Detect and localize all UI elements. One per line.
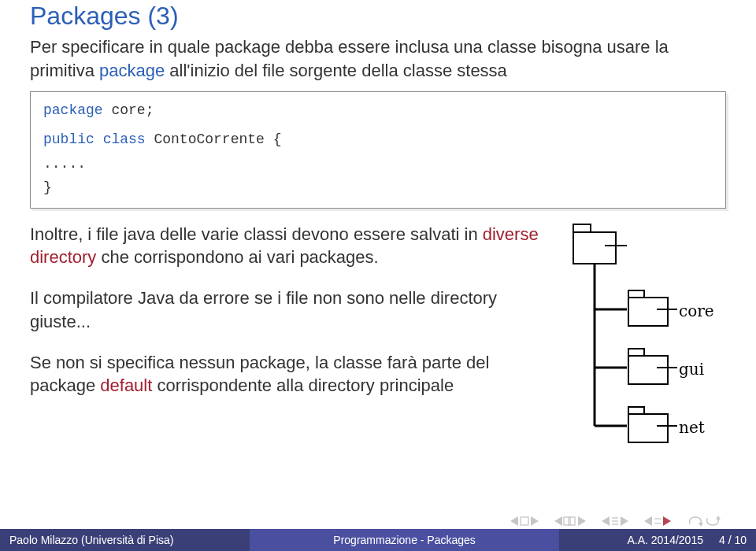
svg-marker-28 — [644, 516, 652, 526]
footer-right: A.A. 2014/2015 4 / 10 — [559, 529, 756, 551]
paragraph-2: Il compilatore Java da errore se i file … — [30, 287, 556, 333]
nav-slide-icon[interactable] — [518, 516, 531, 526]
nav-next4-icon[interactable] — [663, 516, 671, 526]
code-brace-open: { — [273, 131, 282, 147]
nav-next-icon[interactable] — [531, 516, 539, 526]
kw-class: class — [103, 131, 146, 147]
footer-title: Programmazione - Packages — [250, 529, 560, 551]
svg-rect-17 — [521, 517, 528, 525]
slide: Packages (3) Per specificare in quale pa… — [0, 0, 756, 551]
footer: Paolo Milazzo (Università di Pisa) Progr… — [0, 529, 756, 551]
svg-rect-20 — [564, 517, 570, 525]
nav-prev3-icon[interactable] — [602, 516, 610, 526]
intro-post: all'inizio del file sorgente della class… — [165, 61, 507, 80]
intro-text: Per specificare in quale package debba e… — [30, 35, 726, 82]
diagram-label-net: net — [679, 418, 705, 437]
footer-term: A.A. 2014/2015 — [627, 534, 703, 546]
nav-frame-icon[interactable] — [562, 516, 578, 526]
svg-rect-21 — [569, 517, 575, 525]
kw-package: package — [43, 102, 103, 118]
svg-rect-12 — [657, 367, 677, 368]
para1-pre: Inoltre, i file java delle varie classi … — [30, 224, 483, 244]
svg-marker-32 — [699, 523, 703, 527]
svg-marker-18 — [531, 516, 539, 526]
net-package-icon — [628, 407, 677, 442]
nav-slide-group[interactable] — [510, 516, 539, 526]
footer-page: 4 / 10 — [719, 534, 747, 546]
svg-rect-9 — [657, 309, 677, 310]
nav-prev4-icon[interactable] — [644, 516, 652, 526]
para3-post: corrispondente alla directory principale — [152, 375, 454, 395]
core-package-icon — [628, 290, 677, 326]
nav-symbols[interactable] — [510, 515, 721, 527]
svg-marker-22 — [578, 516, 586, 526]
svg-rect-10 — [628, 349, 644, 356]
slide-title: Packages (3) — [30, 0, 726, 35]
kw-public: public — [43, 131, 94, 147]
nav-back-group[interactable] — [687, 515, 721, 527]
nav-section-group[interactable] — [602, 516, 628, 526]
nav-loop2-icon[interactable] — [704, 515, 721, 527]
svg-marker-33 — [716, 516, 721, 520]
code-line-2: public class ContoCorrente { — [43, 128, 713, 152]
nav-subsection-group[interactable] — [644, 516, 671, 526]
para1-post: che corrispondono ai vari packages. — [96, 247, 378, 267]
paragraph-3: Se non si specifica nessun package, la c… — [30, 351, 556, 398]
code-line-3: ..... — [43, 152, 713, 176]
svg-marker-27 — [621, 516, 628, 526]
content-columns: Inoltre, i file java delle varie classi … — [30, 223, 726, 459]
package-diagram: core gui net — [569, 223, 726, 459]
gui-package-icon — [628, 349, 677, 384]
nav-loop1-icon[interactable] — [687, 515, 704, 527]
code-block: package core; public class ContoCorrente… — [30, 91, 726, 208]
primitive-keyword: package — [99, 61, 165, 80]
svg-rect-0 — [573, 224, 591, 232]
nav-next2-icon[interactable] — [578, 516, 586, 526]
nav-subsect-icon[interactable] — [652, 516, 663, 526]
svg-rect-7 — [628, 290, 644, 298]
para3-emph: default — [100, 375, 152, 395]
nav-prev2-icon[interactable] — [554, 516, 562, 526]
svg-rect-8 — [628, 298, 668, 326]
svg-marker-16 — [510, 516, 518, 526]
nav-prev-icon[interactable] — [510, 516, 518, 526]
diagram-label-core: core — [679, 301, 714, 320]
svg-marker-31 — [663, 516, 671, 526]
left-column: Inoltre, i file java delle varie classi … — [30, 223, 556, 459]
diagram-label-gui: gui — [679, 360, 704, 379]
svg-rect-1 — [573, 232, 616, 264]
paragraph-1: Inoltre, i file java delle varie classi … — [30, 223, 556, 269]
footer-author: Paolo Milazzo (Università di Pisa) — [0, 529, 250, 551]
svg-rect-11 — [628, 356, 668, 384]
svg-marker-23 — [602, 516, 610, 526]
code-semi-1: ; — [146, 102, 154, 118]
nav-frame-group[interactable] — [554, 516, 586, 526]
svg-rect-13 — [628, 407, 644, 414]
svg-rect-2 — [605, 245, 627, 246]
svg-marker-19 — [554, 516, 562, 526]
right-column: core gui net — [569, 223, 726, 459]
svg-rect-15 — [657, 425, 677, 427]
svg-rect-14 — [628, 414, 668, 442]
code-line-4: } — [43, 176, 713, 200]
outer-package-icon — [573, 224, 627, 264]
code-line-1: package core; — [43, 98, 713, 123]
code-class-name: ContoCorrente — [154, 131, 264, 147]
code-pkg-name: core — [111, 102, 145, 118]
nav-sect-icon[interactable] — [610, 516, 621, 526]
nav-next3-icon[interactable] — [621, 516, 628, 526]
